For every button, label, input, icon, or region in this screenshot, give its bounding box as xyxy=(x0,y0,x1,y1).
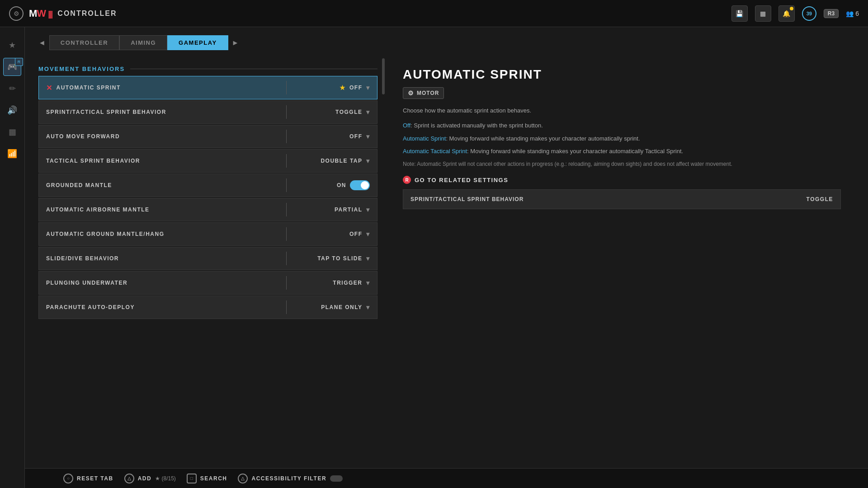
sidebar-item-star[interactable]: ★ xyxy=(3,36,21,54)
tab-gameplay[interactable]: GAMEPLAY xyxy=(167,35,228,50)
setting-label-plunging: PLUNGING UNDERWATER xyxy=(39,280,286,286)
reset-tab-label: RESET TAB xyxy=(77,475,113,482)
accessibility-toggle[interactable] xyxy=(330,475,343,482)
detail-badge: ⚙ MOTOR xyxy=(403,87,444,99)
sidebar-item-grid[interactable]: ▦ xyxy=(3,123,21,141)
setting-label-tactical-sprint: TACTICAL SPRINT BEHAVIOR xyxy=(39,158,286,164)
accessibility-btn[interactable]: △ ACCESSIBILITY FILTER xyxy=(238,474,343,483)
setting-row-ground-mantle[interactable]: AUTOMATIC GROUND MANTLE/HANG OFF ▾ xyxy=(38,222,377,246)
dropdown-arrow: ▾ xyxy=(366,206,370,213)
detail-option-off: Off: Sprint is activated manually with t… xyxy=(403,121,841,131)
setting-row-parachute[interactable]: PARACHUTE AUTO-DEPLOY PLANE ONLY ▾ xyxy=(38,296,377,319)
dropdown-arrow: ▾ xyxy=(366,279,370,286)
sidebar-item-wifi[interactable]: 📶 xyxy=(3,145,21,163)
content-area: MOVEMENT BEHAVIORS ✕ AUTOMATIC SPRINT ★ … xyxy=(25,58,868,468)
setting-row-plunging[interactable]: PLUNGING UNDERWATER TRIGGER ▾ xyxy=(38,271,377,295)
setting-value-tactical-sprint: DOUBLE TAP ▾ xyxy=(287,157,377,164)
toggle-knob xyxy=(361,181,369,189)
scrollbar-thumb[interactable] xyxy=(382,58,385,94)
section-divider xyxy=(130,69,377,69)
mw-logo: MW ||| xyxy=(29,8,52,19)
setting-label-parachute: PARACHUTE AUTO-DEPLOY xyxy=(39,304,286,310)
tab-aiming[interactable]: AIMING xyxy=(119,35,167,50)
reset-tab-btn[interactable]: ○ RESET TAB xyxy=(63,474,113,483)
related-title: GO TO RELATED SETTINGS xyxy=(415,177,508,183)
related-row-value-0: TOGGLE xyxy=(807,196,833,202)
setting-value-ground-mantle: OFF ▾ xyxy=(287,230,377,238)
bottom-bar: ○ RESET TAB △ ADD ★ (8/15) □ SEARCH △ AC… xyxy=(25,468,868,488)
detail-option-auto-tactical: Automatic Tactical Sprint: Moving forwar… xyxy=(403,147,841,156)
tab-controller[interactable]: CONTROLLER xyxy=(49,35,119,50)
dropdown-arrow: ▾ xyxy=(366,304,370,311)
search-icon: □ xyxy=(187,474,197,483)
setting-row-auto-move[interactable]: AUTO MOVE FORWARD OFF ▾ xyxy=(38,125,377,148)
level-icon: 39 xyxy=(802,6,816,21)
setting-label-grounded-mantle: GROUNDED MANTLE xyxy=(39,182,286,188)
dropdown-arrow: ▾ xyxy=(366,157,370,164)
dropdown-arrow: ▾ xyxy=(366,133,370,140)
add-icon: △ xyxy=(124,474,134,483)
setting-row-tactical-sprint[interactable]: TACTICAL SPRINT BEHAVIOR DOUBLE TAP ▾ xyxy=(38,149,377,173)
star-icon: ★ xyxy=(340,84,346,91)
setting-value-grounded-mantle: ON xyxy=(287,180,377,190)
setting-label-automatic-sprint: ✕ AUTOMATIC SPRINT xyxy=(39,84,286,92)
detail-description: Choose how the automatic sprint action b… xyxy=(403,106,841,116)
setting-row-automatic-sprint[interactable]: ✕ AUTOMATIC SPRINT ★ OFF ▾ xyxy=(38,76,377,99)
grid-icon-btn[interactable]: ▦ xyxy=(755,5,771,22)
setting-value-automatic-sprint: ★ OFF ▾ xyxy=(287,84,377,91)
main-content: ◄ CONTROLLER AIMING GAMEPLAY ► MOVEMENT … xyxy=(25,27,868,488)
toggle-grounded-mantle[interactable] xyxy=(350,180,370,190)
setting-row-airborne-mantle[interactable]: AUTOMATIC AIRBORNE MANTLE PARTIAL ▾ xyxy=(38,198,377,221)
setting-value-auto-move: OFF ▾ xyxy=(287,133,377,140)
accessibility-label: ACCESSIBILITY FILTER xyxy=(251,475,326,482)
add-label: ADD xyxy=(138,475,152,482)
left-sidebar: ★ 🎮 R ✏ 🔊 ▦ 📶 xyxy=(0,27,25,488)
save-icon-btn[interactable]: 💾 xyxy=(731,5,748,22)
related-badge-icon: R xyxy=(403,176,411,184)
search-btn[interactable]: □ SEARCH xyxy=(187,474,227,483)
setting-value-sprint-tactical: TOGGLE ▾ xyxy=(287,108,377,116)
setting-value-parachute: PLANE ONLY ▾ xyxy=(287,304,377,311)
setting-label-airborne-mantle: AUTOMATIC AIRBORNE MANTLE xyxy=(39,206,286,213)
setting-label-ground-mantle: AUTOMATIC GROUND MANTLE/HANG xyxy=(39,231,286,237)
section-title: MOVEMENT BEHAVIORS xyxy=(38,66,125,72)
accessibility-icon: △ xyxy=(238,474,248,483)
search-label: SEARCH xyxy=(200,475,227,482)
settings-panel: MOVEMENT BEHAVIORS ✕ AUTOMATIC SPRINT ★ … xyxy=(38,58,382,468)
topbar: ⚙ MW ||| CONTROLLER 💾 ▦ 🔔 39 R3 👥 6 xyxy=(0,0,868,27)
setting-label-slide-dive: SLIDE/DIVE BEHAVIOR xyxy=(39,255,286,262)
sidebar-sub-icon: R xyxy=(15,58,23,66)
setting-row-grounded-mantle[interactable]: GROUNDED MANTLE ON xyxy=(38,174,377,197)
scrollbar xyxy=(382,58,385,468)
detail-title: AUTOMATIC SPRINT xyxy=(403,67,841,82)
dropdown-arrow: ▾ xyxy=(366,255,370,262)
players-icon: 👥 6 xyxy=(846,10,859,17)
topbar-title: CONTROLLER xyxy=(57,9,117,18)
setting-label-sprint-tactical: SPRINT/TACTICAL SPRINT BEHAVIOR xyxy=(39,109,286,115)
topbar-left: ⚙ MW ||| CONTROLLER xyxy=(9,6,117,21)
related-row-0[interactable]: SPRINT/TACTICAL SPRINT BEHAVIOR TOGGLE xyxy=(403,189,841,209)
dropdown-arrow: ▾ xyxy=(366,230,370,238)
tab-left-arrow[interactable]: ◄ xyxy=(38,39,46,47)
setting-value-plunging: TRIGGER ▾ xyxy=(287,279,377,286)
related-settings-header: R GO TO RELATED SETTINGS xyxy=(403,176,841,184)
star-count: ★ (8/15) xyxy=(155,475,176,482)
topbar-right: 💾 ▦ 🔔 39 R3 👥 6 xyxy=(731,5,859,22)
sidebar-item-pencil[interactable]: ✏ xyxy=(3,80,21,98)
add-btn[interactable]: △ ADD ★ (8/15) xyxy=(124,474,176,483)
detail-note: Note: Automatic Sprint will not cancel o… xyxy=(403,160,841,169)
notification-btn[interactable]: 🔔 xyxy=(778,5,795,22)
detail-panel: AUTOMATIC SPRINT ⚙ MOTOR Choose how the … xyxy=(389,58,854,468)
close-icon: ✕ xyxy=(46,84,53,92)
settings-icon[interactable]: ⚙ xyxy=(9,6,24,21)
movement-behaviors-header: MOVEMENT BEHAVIORS xyxy=(38,58,377,76)
r3-badge: R3 xyxy=(824,9,839,18)
related-row-label-0: SPRINT/TACTICAL SPRINT BEHAVIOR xyxy=(410,196,801,202)
dropdown-arrow: ▾ xyxy=(366,108,370,116)
setting-row-sprint-tactical[interactable]: SPRINT/TACTICAL SPRINT BEHAVIOR TOGGLE ▾ xyxy=(38,100,377,124)
tab-right-arrow[interactable]: ► xyxy=(232,39,239,47)
sidebar-item-sound[interactable]: 🔊 xyxy=(3,101,21,119)
reset-icon: ○ xyxy=(63,474,73,483)
setting-row-slide-dive[interactable]: SLIDE/DIVE BEHAVIOR TAP TO SLIDE ▾ xyxy=(38,247,377,270)
tabs-bar: ◄ CONTROLLER AIMING GAMEPLAY ► xyxy=(25,27,868,58)
